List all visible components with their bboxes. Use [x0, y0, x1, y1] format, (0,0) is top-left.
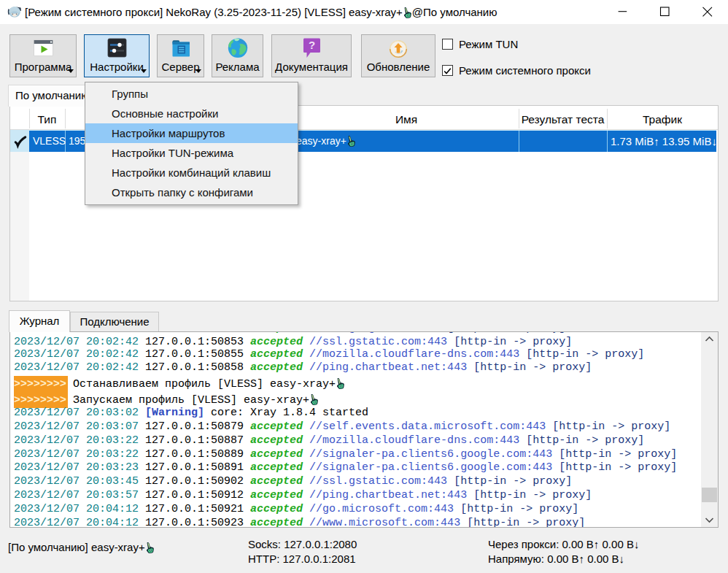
svg-text:?: ?	[308, 39, 314, 51]
